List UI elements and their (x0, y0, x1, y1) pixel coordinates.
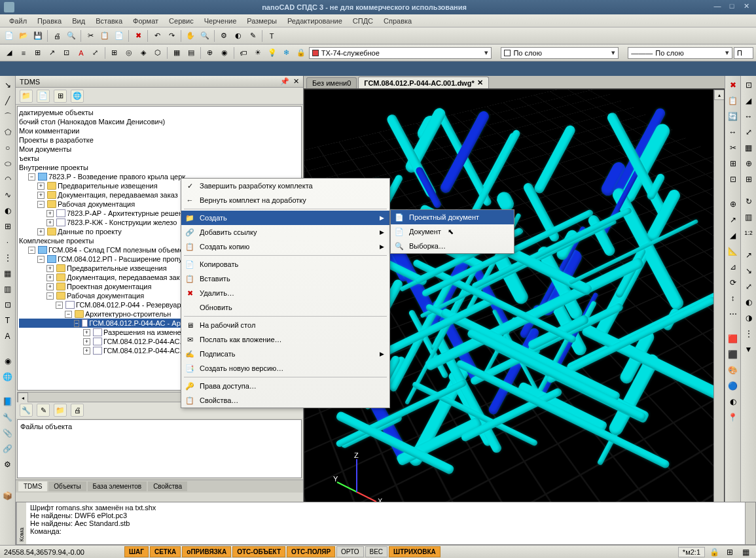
tool-icon[interactable]: ↻ (742, 195, 755, 208)
tool-icon[interactable]: ↕ (727, 292, 740, 305)
tool-icon[interactable]: ≡ (17, 46, 30, 60)
tool-icon[interactable]: 🏷 (237, 46, 250, 60)
redo-icon[interactable]: ↷ (165, 29, 178, 43)
tool-icon[interactable]: ◈ (137, 46, 150, 60)
tool-icon[interactable]: 🔄 (727, 110, 740, 123)
context-menu-item[interactable]: ✍Подписать▶ (181, 347, 389, 361)
close-button[interactable]: ✕ (740, 2, 752, 12)
expand-icon[interactable]: + (46, 274, 54, 281)
menu-файл[interactable]: Файл (4, 16, 32, 26)
tool-icon[interactable]: ⊞ (742, 173, 755, 186)
context-menu-item[interactable]: ✓Завершить разработку комплекта (181, 179, 389, 193)
menu-сервис[interactable]: Сервис (164, 16, 199, 26)
tool-icon[interactable]: 📘 (1, 395, 14, 408)
tool-icon[interactable]: ◢ (742, 94, 755, 107)
tool-icon[interactable]: ▦ (170, 46, 183, 60)
tool-icon[interactable]: ☀ (251, 46, 264, 60)
expand-icon[interactable]: − (74, 320, 79, 327)
bulb-icon[interactable]: 💡 (266, 46, 279, 60)
open-icon[interactable]: 📂 (17, 29, 30, 43)
tool-icon[interactable]: ↗ (727, 213, 740, 226)
tool-icon[interactable]: 🔵 (727, 379, 740, 392)
tool-icon[interactable]: A (75, 46, 88, 60)
tool-icon[interactable]: ▤ (185, 46, 198, 60)
status-toggle-сетка[interactable]: СЕТКА (150, 546, 181, 557)
tree-node[interactable]: Проекты в разработке (19, 135, 300, 145)
tool-icon[interactable]: ○ (1, 141, 14, 154)
tool-icon[interactable]: ⊞ (1, 220, 14, 233)
status-toggle-отс-объект[interactable]: ОТС-ОБЪЕКТ (232, 546, 285, 557)
globe-icon[interactable]: 🌐 (1, 370, 14, 383)
tool-icon[interactable]: ▦ (739, 546, 752, 559)
submenu-item[interactable]: 🔍Выборка… (391, 239, 514, 253)
document-tab[interactable]: Без имени0 (306, 77, 357, 88)
tool-icon[interactable]: ⊕ (727, 198, 740, 211)
tool-icon[interactable]: ⊞ (31, 46, 45, 60)
panel-tab[interactable]: База элементов (88, 481, 147, 491)
scale-readout[interactable]: *м2:1 (678, 547, 705, 557)
tool-icon[interactable]: 🔒 (295, 46, 308, 60)
color-combo[interactable]: По слою▾ (501, 47, 619, 59)
expand-icon[interactable]: − (28, 173, 35, 181)
tool-icon[interactable]: ◐ (232, 29, 245, 43)
pin-icon[interactable]: 📌 (280, 77, 289, 86)
expand-icon[interactable]: − (37, 201, 45, 208)
panel-tab[interactable]: TDMS (18, 481, 47, 491)
tool-icon[interactable]: ▥ (742, 211, 755, 224)
command-text[interactable]: Шрифт romans.shx заменён на txt.shxНе на… (26, 502, 745, 544)
menu-правка[interactable]: Правка (32, 16, 67, 26)
context-menu-item[interactable]: 🔗Добавить ссылку▶ (181, 225, 389, 239)
tool-icon[interactable]: ◐ (727, 395, 740, 408)
expand-icon[interactable]: − (56, 302, 63, 309)
tool-icon[interactable]: ⋯ (727, 307, 740, 321)
panel-close-icon[interactable]: ✕ (293, 77, 299, 86)
tool-icon[interactable]: ∿ (1, 188, 14, 201)
panel-tool-icon[interactable]: ⊞ (54, 90, 67, 103)
tool-icon[interactable]: ⊞ (108, 46, 121, 60)
context-menu-item[interactable]: 📄Копировать (181, 257, 389, 271)
tool-icon[interactable]: ⬭ (1, 157, 14, 170)
minimize-button[interactable]: — (711, 2, 723, 12)
context-menu-item[interactable]: 🖥На рабочий стол (181, 318, 389, 332)
context-menu-item[interactable]: Обновить (181, 300, 389, 315)
context-submenu[interactable]: 📄Проектный документ📄Документ⬉🔍Выборка… (390, 209, 514, 254)
status-toggle-шаг[interactable]: ШАГ (124, 546, 149, 557)
tool-icon[interactable]: ↗ (46, 46, 59, 60)
menu-формат[interactable]: Формат (128, 16, 164, 26)
context-menu-item[interactable]: ✉Послать как вложение… (181, 332, 389, 347)
tool-icon[interactable]: ⊞ (723, 546, 736, 559)
tool-icon[interactable]: ↘ (1, 78, 14, 92)
tool-icon[interactable]: ↘ (742, 264, 755, 277)
preview-icon[interactable]: 🔍 (65, 29, 78, 43)
expand-icon[interactable]: + (83, 338, 90, 345)
tool-icon[interactable]: ⤢ (89, 46, 102, 60)
tool-icon[interactable]: · (1, 235, 14, 249)
document-tab[interactable]: ГСМ.084.012.Р-044-АС.001.dwg*✕ (358, 77, 488, 88)
context-menu[interactable]: ✓Завершить разработку комплекта←Вернуть … (181, 178, 390, 408)
tool-icon[interactable]: ◉ (1, 355, 14, 368)
panel-tool-icon[interactable]: 📄 (37, 90, 50, 103)
scale-label[interactable]: 1:2 (742, 226, 755, 239)
menu-вставка[interactable]: Вставка (90, 16, 128, 26)
expand-icon[interactable]: + (37, 183, 45, 190)
context-menu-item[interactable]: ←Вернуть комплект на доработку (181, 193, 389, 207)
tool-icon[interactable]: ↔ (742, 110, 755, 123)
tool-icon[interactable]: ⚙ (217, 29, 230, 43)
panel-tool-icon[interactable]: 📁 (20, 90, 33, 103)
expand-icon[interactable]: + (46, 210, 54, 217)
tool-icon[interactable]: ⊞ (727, 157, 740, 170)
tool-icon[interactable]: 🎨 (727, 364, 740, 377)
tool-icon[interactable]: ◠ (1, 173, 14, 186)
menu-спдс[interactable]: СПДС (348, 16, 378, 26)
text-icon[interactable]: T (265, 29, 278, 43)
expand-icon[interactable]: + (83, 347, 90, 355)
tool-icon[interactable]: ▦ (1, 267, 14, 280)
tool-icon[interactable]: ⊡ (727, 173, 740, 186)
expand-icon[interactable]: + (46, 283, 54, 290)
file-list[interactable]: Файлы объекта (17, 419, 302, 478)
context-menu-item[interactable]: 📑Создать новую версию… (181, 361, 389, 375)
tool-icon[interactable]: ▼ (742, 343, 755, 356)
tool-icon[interactable]: ↔ (727, 126, 740, 139)
scrollbar-vertical[interactable] (745, 502, 755, 544)
tool-icon[interactable]: 🖨 (71, 404, 84, 417)
